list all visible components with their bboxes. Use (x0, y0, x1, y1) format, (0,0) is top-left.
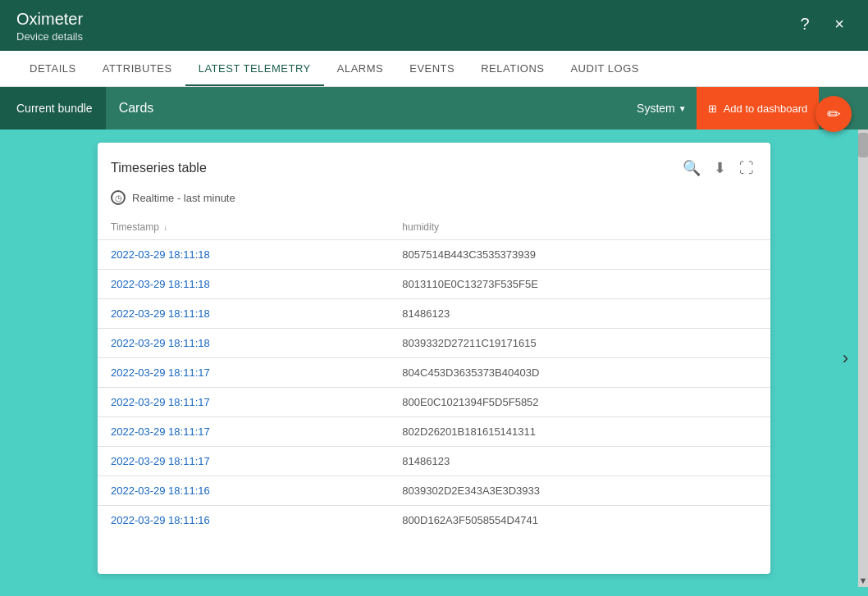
search-icon-button[interactable]: 🔍 (679, 156, 704, 180)
bundle-label: Current bundle (16, 102, 93, 115)
table-row: 2022-03-29 18:11:17800E0C1021394F5D5F585… (98, 388, 770, 417)
chevron-down-icon: ▼ (678, 104, 687, 113)
fullscreen-icon-button[interactable]: ⛶ (736, 156, 757, 180)
header-actions: ? × (793, 11, 852, 36)
download-icon-button[interactable]: ⬇ (710, 156, 729, 180)
humidity-cell: 81486123 (389, 299, 770, 329)
scrollbar-thumb (858, 133, 868, 157)
app-subtitle: Device details (16, 30, 852, 43)
close-button[interactable]: × (827, 11, 852, 36)
humidity-cell: 8039332D27211C19171615 (389, 329, 770, 358)
cards-label: Cards (119, 101, 637, 116)
timeseries-table-card: Timeseries table 🔍 ⬇ ⛶ ◷ Realtime - last… (98, 143, 770, 574)
table-header-row: Timestamp ↓ humidity (98, 215, 770, 240)
data-table: Timestamp ↓ humidity 2022-03-29 18:11:18… (98, 215, 770, 535)
app-title: Oximeter (16, 10, 852, 29)
timestamp-cell: 2022-03-29 18:11:18 (98, 329, 389, 358)
tab-audit-logs[interactable]: Audit Logs (557, 51, 652, 86)
next-panel-arrow[interactable]: › (843, 348, 848, 369)
timestamp-cell: 2022-03-29 18:11:17 (98, 417, 389, 447)
system-dropdown[interactable]: System ▼ (637, 102, 687, 115)
table-row: 2022-03-29 18:11:1781486123 (98, 447, 770, 476)
timestamp-cell: 2022-03-29 18:11:18 (98, 299, 389, 329)
timestamp-cell: 2022-03-29 18:11:18 (98, 240, 389, 270)
table-row: 2022-03-29 18:11:16800D162A3F5058554D474… (98, 506, 770, 535)
main-content: ▼ › Timeseries table 🔍 ⬇ ⛶ ◷ Realtime - … (0, 130, 868, 587)
timestamp-cell: 2022-03-29 18:11:16 (98, 476, 389, 506)
bundle-bar: Current bundle Cards System ▼ ⊞ Add to d… (0, 87, 868, 130)
table-row: 2022-03-29 18:11:188013110E0C13273F535F5… (98, 270, 770, 299)
tab-details[interactable]: Details (16, 51, 89, 86)
help-button[interactable]: ? (793, 11, 817, 36)
card-title: Timeseries table (111, 161, 207, 175)
scroll-down-arrow[interactable]: ▼ (858, 576, 868, 587)
timestamp-cell: 2022-03-29 18:11:17 (98, 358, 389, 388)
tab-relations[interactable]: Relations (468, 51, 557, 86)
timestamp-column-header[interactable]: Timestamp ↓ (98, 215, 389, 240)
humidity-cell: 804C453D3635373B40403D (389, 358, 770, 388)
header: Oximeter Device details ? × (0, 0, 868, 51)
table-row: 2022-03-29 18:11:1881486123 (98, 299, 770, 329)
dashboard-icon: ⊞ (708, 102, 717, 115)
timestamp-cell: 2022-03-29 18:11:16 (98, 506, 389, 535)
table-container[interactable]: Timestamp ↓ humidity 2022-03-29 18:11:18… (98, 215, 770, 574)
table-row: 2022-03-29 18:11:17804C453D3635373B40403… (98, 358, 770, 388)
tab-events[interactable]: Events (396, 51, 468, 86)
tab-latest-telemetry[interactable]: Latest telemetry (185, 51, 324, 86)
card-header-icons: 🔍 ⬇ ⛶ (679, 156, 757, 180)
humidity-column-header[interactable]: humidity (389, 215, 770, 240)
card-header: Timeseries table 🔍 ⬇ ⛶ (98, 143, 770, 187)
table-row: 2022-03-29 18:11:168039302D2E343A3E3D393… (98, 476, 770, 506)
cards-search-bar: Cards System ▼ ⊞ Add to dashboard × (106, 87, 868, 130)
humidity-cell: 8013110E0C13273F535F5E (389, 270, 770, 299)
timestamp-cell: 2022-03-29 18:11:17 (98, 447, 389, 476)
humidity-cell: 800D162A3F5058554D4741 (389, 506, 770, 535)
humidity-cell: 8057514B443C3535373939 (389, 240, 770, 270)
humidity-cell: 802D26201B181615141311 (389, 417, 770, 447)
table-row: 2022-03-29 18:11:17802D26201B18161514131… (98, 417, 770, 447)
clock-icon: ◷ (111, 190, 126, 205)
sort-icon: ↓ (163, 223, 167, 232)
realtime-label: Realtime - last minute (132, 192, 235, 204)
edit-fab-button[interactable]: ✏ (815, 96, 852, 132)
timestamp-cell: 2022-03-29 18:11:18 (98, 270, 389, 299)
timestamp-cell: 2022-03-29 18:11:17 (98, 388, 389, 417)
tab-attributes[interactable]: Attributes (89, 51, 185, 86)
table-row: 2022-03-29 18:11:188039332D27211C1917161… (98, 329, 770, 358)
humidity-cell: 8039302D2E343A3E3D3933 (389, 476, 770, 506)
humidity-cell: 81486123 (389, 447, 770, 476)
scrollbar-track: ▼ (858, 130, 868, 587)
table-row: 2022-03-29 18:11:188057514B443C353537393… (98, 240, 770, 270)
realtime-badge: ◷ Realtime - last minute (98, 187, 770, 215)
humidity-cell: 800E0C1021394F5D5F5852 (389, 388, 770, 417)
tab-alarms[interactable]: Alarms (324, 51, 396, 86)
add-to-dashboard-button[interactable]: ⊞ Add to dashboard (697, 87, 820, 130)
tab-bar: Details Attributes Latest telemetry Alar… (0, 51, 868, 87)
